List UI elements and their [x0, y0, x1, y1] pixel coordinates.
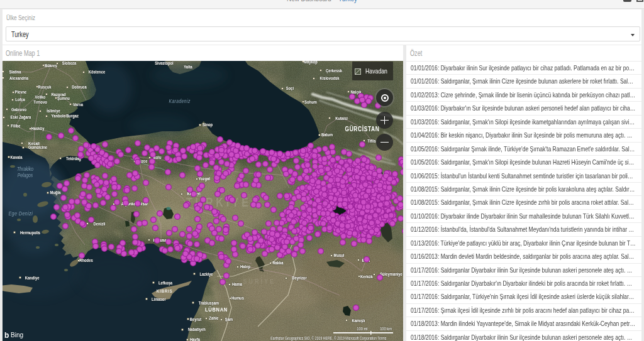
- svg-text:Burgaz: Burgaz: [66, 113, 79, 119]
- svg-text:Tırnovo: Tırnovo: [33, 99, 47, 104]
- svg-text:Zahle: Zahle: [209, 315, 219, 320]
- svg-text:Hermupolis: Hermupolis: [20, 230, 40, 235]
- svg-text:KIBRIS: KIBRIS: [157, 288, 173, 294]
- svg-text:Plevne: Plevne: [15, 89, 27, 94]
- svg-text:Çerkessk: Çerkessk: [326, 68, 342, 73]
- svg-text:Slatina: Slatina: [9, 69, 21, 74]
- svg-text:Lefkoşa: Lefkoşa: [158, 280, 172, 286]
- svg-text:Yanbolu: Yanbolu: [52, 113, 66, 118]
- svg-text:Sloboza: Sloboza: [62, 61, 77, 65]
- svg-text:Rakka: Rakka: [272, 260, 283, 265]
- svg-text:Şumnu: Şumnu: [57, 95, 70, 101]
- svg-text:Sinop: Sinop: [203, 122, 213, 127]
- svg-text:Filibe: Filibe: [11, 123, 21, 128]
- svg-text:Yalta: Yalta: [184, 64, 192, 69]
- svg-text:Alexandria: Alexandria: [9, 75, 28, 80]
- svg-text:Sivastopol: Sivastopol: [155, 61, 174, 66]
- svg-text:Süleymaniye: Süleymaniye: [380, 271, 402, 277]
- svg-text:Bing: Bing: [11, 332, 23, 338]
- svg-text:Rusçuk: Rusçuk: [38, 84, 51, 90]
- svg-text:Kerkük: Kerkük: [360, 274, 373, 279]
- svg-text:Kandiye: Kandiye: [25, 275, 40, 281]
- svg-text:Halep: Halep: [240, 264, 250, 269]
- svg-text:Köstence: Köstence: [89, 69, 106, 74]
- svg-text:Gümülcine: Gümülcine: [28, 144, 47, 149]
- svg-text:Gabrovo: Gabrovo: [11, 107, 26, 112]
- svg-text:Varna: Varna: [73, 102, 83, 107]
- svg-text:Hasköy: Hasköy: [31, 126, 45, 131]
- svg-text:LÜBNAN: LÜBNAN: [205, 306, 228, 313]
- svg-text:100 km: 100 km: [380, 326, 392, 331]
- svg-text:Karadeniz: Karadeniz: [169, 98, 191, 104]
- svg-text:Kislovodsk: Kislovodsk: [319, 75, 339, 80]
- svg-text:Eski Zağara: Eski Zağara: [11, 114, 31, 120]
- svg-text:Kamışlı: Kamışlı: [352, 318, 365, 323]
- svg-text:Earthstar Geographics SIO, © 2: Earthstar Geographics SIO, © 2019 HERE, …: [270, 336, 386, 340]
- svg-text:Lofça: Lofça: [15, 97, 25, 102]
- svg-text:Hama: Hama: [232, 281, 242, 286]
- svg-text:Bükreş: Bükreş: [45, 63, 57, 68]
- svg-text:Lazkiye: Lazkiye: [199, 271, 213, 277]
- svg-text:Şam: Şam: [225, 317, 233, 322]
- svg-text:GÜRCİSTAN: GÜRCİSTAN: [345, 125, 379, 133]
- svg-text:Beyrut: Beyrut: [190, 317, 202, 322]
- svg-text:Hayfa: Hayfa: [190, 337, 200, 341]
- svg-text:b: b: [4, 331, 9, 340]
- svg-text:Deyrizor: Deyrizor: [292, 275, 307, 281]
- svg-text:100 mi: 100 mi: [357, 326, 367, 331]
- svg-text:Kutaisi: Kutaisi: [335, 116, 348, 121]
- svg-text:Ege Denizi: Ege Denizi: [8, 210, 33, 217]
- svg-text:Muğla: Muğla: [50, 190, 61, 195]
- svg-text:Veliko: Veliko: [35, 94, 46, 99]
- svg-text:Dobruca: Dobruca: [72, 84, 87, 89]
- svg-text:Kavala: Kavala: [11, 154, 23, 160]
- svg-text:Limasol: Limasol: [152, 296, 165, 301]
- svg-text:Nabatiyeh: Nabatiyeh: [188, 327, 206, 332]
- svg-text:Humus: Humus: [231, 295, 244, 300]
- svg-text:Thrakiko: Thrakiko: [17, 166, 34, 172]
- svg-text:Denizli: Denizli: [94, 221, 106, 226]
- svg-text:SURİYE: SURİYE: [243, 278, 275, 285]
- svg-text:Trablusşam: Trablusşam: [199, 300, 219, 306]
- svg-text:Soçi: Soçi: [286, 85, 294, 91]
- svg-text:Musul: Musul: [334, 252, 345, 257]
- svg-text:Batum: Batum: [321, 132, 333, 137]
- svg-text:Pelagos: Pelagos: [18, 172, 33, 178]
- svg-text:Tiflis: Tiflis: [367, 138, 376, 143]
- svg-text:Sohum: Sohum: [304, 99, 317, 104]
